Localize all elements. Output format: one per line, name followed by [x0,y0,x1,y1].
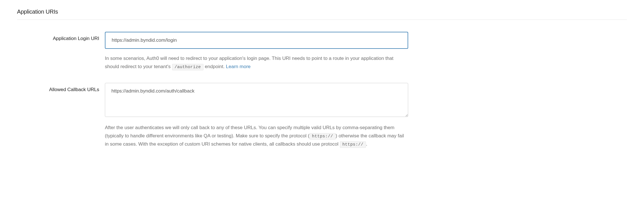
login-uri-help-text-2: endpoint. [204,64,226,69]
callback-urls-code-2: https:// [340,141,366,148]
login-uri-label: Application Login URI [17,36,99,41]
callback-urls-input-col: https://admin.byndid.com/auth/callback A… [105,83,408,148]
login-uri-row: Application Login URI In some scenarios,… [17,32,627,71]
login-uri-code: /authorize [172,64,204,70]
callback-urls-help-text-3: . [366,141,367,147]
login-uri-input-col: In some scenarios, Auth0 will need to re… [105,32,408,71]
callback-urls-label: Allowed Callback URLs [17,87,99,93]
callback-urls-code-1: https:// [310,133,336,140]
callback-urls-help: After the user authenticates we will onl… [105,124,408,148]
login-uri-label-col: Application Login URI [17,32,105,71]
callback-urls-label-col: Allowed Callback URLs [17,83,105,148]
callback-urls-textarea[interactable]: https://admin.byndid.com/auth/callback [105,83,408,117]
login-uri-input[interactable] [105,32,408,49]
login-uri-learn-more[interactable]: Learn more [226,64,251,69]
callback-urls-row: Allowed Callback URLs https://admin.bynd… [17,83,627,148]
login-uri-help: In some scenarios, Auth0 will need to re… [105,54,408,71]
section-title: Application URIs [17,9,627,20]
